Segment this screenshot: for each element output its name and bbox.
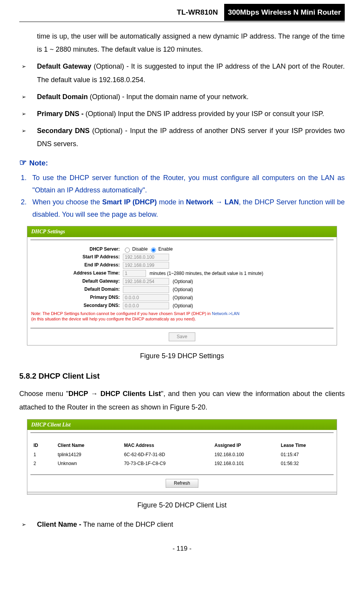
row-dhcp-server: DHCP Server: Disable Enable	[31, 246, 333, 253]
page-header: TL-WR810N 300Mbps Wireless N Mini Router	[19, 4, 345, 22]
cell-id: 1	[31, 450, 55, 459]
bullet-secondary-dns: Secondary DNS (Optional) - Input the IP …	[29, 124, 345, 150]
label-lease: Address Lease Time:	[31, 270, 123, 276]
note-item-1: To use the DHCP server function of the R…	[29, 172, 345, 196]
page-number: - 119 -	[19, 543, 345, 555]
cell-name: tplink14129	[55, 450, 122, 459]
sdns-optional: (Optional)	[173, 303, 193, 308]
note-list: To use the DHCP server function of the R…	[19, 172, 345, 221]
note-header: ☞Note:	[19, 155, 345, 171]
note-icon: ☞	[19, 158, 27, 167]
dhcp-client-list-screenshot: DHCP Client List ID Client Name MAC Addr…	[27, 419, 337, 495]
input-lease[interactable]	[123, 270, 146, 277]
label-sdns: Secondary DNS:	[31, 302, 123, 309]
note-item-2: When you choose the Smart IP (DHCP) mode…	[29, 196, 345, 221]
cell-ip: 192.168.0.101	[212, 459, 278, 468]
col-name: Client Name	[55, 441, 122, 450]
panel-title-client-list: DHCP Client List	[27, 420, 337, 430]
input-start-ip[interactable]	[123, 254, 169, 261]
figure-caption-5-20: Figure 5-20 DHCP Client List	[19, 499, 345, 512]
bullet-default-gateway: Default Gateway (Optional) - It is sugge…	[29, 60, 345, 86]
col-mac: MAC Address	[122, 441, 212, 450]
model-number: TL-WR810N	[174, 5, 221, 20]
cell-mac: 6C-62-6D-F7-31-8D	[122, 450, 212, 459]
cell-mac: 70-73-CB-1F-C8-C9	[122, 459, 212, 468]
cell-id: 2	[31, 459, 55, 468]
intro-paragraph: time is up, the user will be automatical…	[19, 30, 345, 56]
scrollbar-stub	[27, 492, 337, 494]
label-pdns: Primary DNS:	[31, 294, 123, 301]
col-id: ID	[31, 441, 55, 450]
input-pdns[interactable]	[123, 294, 169, 301]
bullet-default-domain: Default Domain (Optional) - Input the do…	[29, 90, 345, 103]
label-domain: Default Domain:	[31, 286, 123, 293]
radio-disable[interactable]	[125, 248, 130, 253]
lease-hint: minutes (1~2880 minutes, the default val…	[149, 271, 263, 276]
cell-lease: 01:56:32	[278, 459, 333, 468]
client-table: ID Client Name MAC Address Assigned IP L…	[31, 441, 333, 468]
gateway-optional: (Optional)	[173, 279, 193, 284]
cell-lease: 01:15:47	[278, 450, 333, 459]
radio-enable-label: Enable	[158, 246, 173, 252]
para-5-8-2: Choose menu "DHCP → DHCP Clients List", …	[19, 387, 345, 413]
input-gateway[interactable]	[123, 278, 169, 285]
input-sdns[interactable]	[123, 302, 169, 309]
feature-bullet-list: Default Gateway (Optional) - It is sugge…	[19, 60, 345, 150]
input-domain[interactable]	[123, 286, 169, 293]
cell-ip: 192.168.0.100	[212, 450, 278, 459]
label-dhcp-server: DHCP Server:	[31, 246, 123, 253]
label-gateway: Default Gateway:	[31, 278, 123, 285]
domain-optional: (Optional)	[173, 287, 193, 292]
product-title: 300Mbps Wireless N Mini Router	[224, 4, 345, 21]
dhcp-settings-screenshot: DHCP Settings DHCP Server: Disable Enabl…	[27, 226, 337, 345]
refresh-button[interactable]: Refresh	[166, 479, 198, 488]
client-bullet-list: Client Name - The name of the DHCP clien…	[19, 518, 345, 531]
bullet-primary-dns: Primary DNS - (Optional) Input the DNS I…	[29, 107, 345, 120]
table-row: 2Unknown70-73-CB-1F-C8-C9192.168.0.10101…	[31, 459, 333, 468]
bullet-client-name: Client Name - The name of the DHCP clien…	[29, 518, 345, 531]
cell-name: Unknown	[55, 459, 122, 468]
dhcp-red-note: Note: The DHCP Settings function cannot …	[31, 311, 333, 322]
input-end-ip[interactable]	[123, 262, 169, 269]
label-start-ip: Start IP Address:	[31, 254, 123, 260]
figure-caption-5-19: Figure 5-19 DHCP Settings	[19, 349, 345, 362]
section-5-8-2-heading: 5.8.2 DHCP Client List	[19, 369, 345, 383]
save-button[interactable]: Save	[169, 332, 195, 341]
radio-disable-label: Disable	[132, 246, 148, 252]
radio-enable[interactable]	[151, 248, 156, 253]
label-end-ip: End IP Address:	[31, 262, 123, 268]
pdns-optional: (Optional)	[173, 295, 193, 300]
col-ip: Assigned IP	[212, 441, 278, 450]
panel-title-dhcp-settings: DHCP Settings	[27, 226, 337, 237]
col-lease: Lease Time	[278, 441, 333, 450]
table-row: 1tplink141296C-62-6D-F7-31-8D192.168.0.1…	[31, 450, 333, 459]
